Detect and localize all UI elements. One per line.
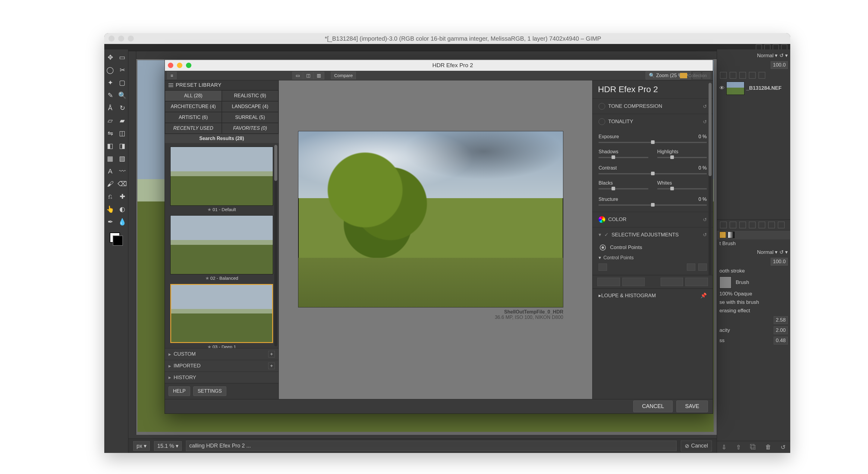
tool-smudge-icon[interactable]: 👆 — [105, 204, 116, 214]
undo-redo-strip[interactable] — [592, 275, 713, 289]
tool-scissors-icon[interactable]: ✂ — [117, 65, 127, 75]
reset-icon[interactable]: ↺ — [703, 104, 707, 109]
brush-row[interactable]: Brush — [717, 275, 790, 290]
section-history[interactable]: ▸HISTORY — [165, 372, 278, 383]
preset-03[interactable]: 03 - Deep 1 — [170, 284, 273, 348]
compare-button[interactable]: Compare — [331, 72, 356, 79]
reset-icon[interactable]: ↺ — [703, 217, 707, 223]
tool-scale-icon[interactable]: ▱ — [105, 116, 116, 126]
tool-text-icon[interactable]: A — [105, 166, 116, 176]
ss-value[interactable]: 0.48 — [774, 337, 788, 344]
cat-realistic[interactable]: REALISTIC (9) — [222, 90, 279, 101]
eye-icon[interactable]: 👁 — [719, 85, 724, 91]
cat-surreal[interactable]: SURREAL (5) — [222, 112, 279, 123]
tool-warp-icon[interactable]: ◨ — [117, 141, 127, 151]
pin-icon[interactable]: 📌 — [701, 293, 707, 299]
status-cancel-button[interactable]: ⊘Cancel — [681, 441, 712, 451]
tool-clone-icon[interactable]: ⎌ — [105, 192, 116, 202]
tool-brush-icon[interactable]: 🖌 — [105, 179, 116, 189]
add-custom-icon[interactable]: + — [268, 351, 275, 358]
tool-dodge-icon[interactable]: ◐ — [117, 204, 127, 214]
slider-whites[interactable]: Whites — [657, 178, 707, 194]
tool-cage-icon[interactable]: ◧ — [105, 141, 116, 151]
brush-reset-icon[interactable]: ↺ ▾ — [779, 249, 788, 256]
cancel-button[interactable]: CANCEL — [633, 401, 673, 412]
hdr-traffic-lights[interactable] — [168, 63, 191, 68]
tool-crop-icon[interactable]: ▢ — [117, 78, 127, 88]
tool-lasso-icon[interactable]: ◯ — [105, 65, 116, 75]
section-custom[interactable]: ▸CUSTOM+ — [165, 348, 278, 360]
tool-rotate-icon[interactable]: ↻ — [117, 103, 127, 113]
slider-highlights[interactable]: Highlights — [657, 147, 707, 162]
status-unit[interactable]: px ▾ — [133, 441, 150, 451]
cat-artistic[interactable]: ARTISTIC (6) — [165, 112, 222, 123]
view-single-icon[interactable]: ▭ — [292, 72, 303, 79]
reset-icon[interactable]: ↺ — [703, 119, 707, 125]
section-tone-compression[interactable]: TONE COMPRESSION↺ — [592, 99, 713, 114]
tool-select-icon[interactable]: ▭ — [117, 53, 127, 63]
add-imported-icon[interactable]: + — [268, 363, 275, 369]
status-zoom[interactable]: 15.1 % ▾ — [154, 441, 182, 451]
panel-toggle-left-icon[interactable]: ≡ — [167, 72, 177, 79]
reset-icon[interactable]: ↺ — [703, 232, 707, 238]
opt-erase[interactable]: erasing effect — [717, 307, 790, 315]
cat-recent[interactable]: RECENTLY USED — [165, 123, 222, 134]
tool-heal-icon[interactable]: ✚ — [117, 192, 127, 202]
preview-area[interactable]: ShellOutTempFile_0_HDR 36.6 MP, ISO 100,… — [279, 80, 592, 399]
tool-wand-icon[interactable]: ✦ — [105, 78, 116, 88]
control-points-header[interactable]: ▾Control Points — [592, 253, 713, 262]
section-selective-adjustments[interactable]: ▾✓SELECTIVE ADJUSTMENTS↺ — [592, 227, 713, 242]
tool-flip-icon[interactable]: ⇋ — [105, 128, 116, 138]
tool-pencil-icon[interactable]: ✎ — [105, 90, 116, 101]
view-side-icon[interactable]: ▥ — [314, 72, 324, 79]
preset-01[interactable]: 01 - Default — [170, 147, 273, 213]
section-color[interactable]: COLOR↺ — [592, 212, 713, 227]
tool-bucket-icon[interactable]: ▦ — [105, 154, 116, 164]
color-swatches[interactable] — [110, 233, 123, 246]
tool-perspective-icon[interactable]: ◫ — [117, 128, 127, 138]
cat-landscape[interactable]: LANDSCAPE (4) — [222, 101, 279, 112]
tool-move-icon[interactable]: ✥ — [105, 53, 116, 63]
opt-smooth[interactable]: ooth stroke — [717, 267, 790, 275]
section-imported[interactable]: ▸IMPORTED+ — [165, 360, 278, 372]
preset-scrollbar[interactable] — [274, 145, 277, 346]
slider-shadows[interactable]: Shadows — [598, 147, 648, 162]
layer-reset-icon[interactable]: ↺ ▾ — [779, 53, 788, 59]
view-layout-segment[interactable]: ▭ ◫ ▥ — [292, 72, 324, 79]
tool-gradient-icon[interactable]: ▧ — [117, 154, 127, 164]
cat-favorites[interactable]: FAVORITES (0) — [222, 123, 279, 134]
dock-bottom-icons[interactable]: ⇩⇧⿻🗑↺ — [717, 441, 790, 453]
slider-contrast[interactable]: Contrast0 % — [598, 162, 707, 171]
tool-zoom-icon[interactable]: 🔍 — [117, 90, 127, 101]
control-point-tool[interactable]: Control Points — [592, 242, 713, 253]
help-button[interactable]: HELP — [168, 386, 190, 396]
view-split-icon[interactable]: ◫ — [303, 72, 314, 79]
gimp-traffic-lights[interactable] — [108, 36, 134, 41]
settings-button[interactable]: SETTINGS — [193, 386, 226, 396]
slider-structure[interactable]: Structure0 % — [598, 194, 707, 203]
burger-icon[interactable] — [168, 83, 173, 87]
layer-mode-select[interactable]: Normal ▾ — [757, 53, 778, 59]
cat-architecture[interactable]: ARCHITECTURE (4) — [165, 101, 222, 112]
control-point-ops[interactable] — [592, 262, 713, 275]
size-value[interactable]: 2.58 — [774, 316, 788, 324]
tool-ink-icon[interactable]: ✒ — [105, 217, 116, 227]
brush-mode-select[interactable]: Normal ▾ — [757, 249, 778, 256]
layer-row[interactable]: 👁 _B131284.NEF — [717, 80, 790, 96]
tool-blur-icon[interactable]: 💧 — [117, 217, 127, 227]
preset-02[interactable]: 02 - Balanced — [170, 215, 273, 282]
layer-lock-icons[interactable] — [717, 70, 790, 80]
slider-exposure[interactable]: Exposure0 % — [598, 131, 707, 140]
layer-ops-icons[interactable] — [717, 219, 790, 230]
opacity-value[interactable]: 2.00 — [774, 327, 788, 334]
tool-measure-icon[interactable]: Å — [105, 103, 116, 113]
slider-blacks[interactable]: Blacks — [598, 178, 648, 194]
adjust-scrollbar[interactable] — [709, 83, 712, 276]
brush-opacity-value[interactable]: 100.0 — [771, 258, 788, 266]
section-tonality[interactable]: TONALITY↺ — [592, 114, 713, 129]
opt-usebrush[interactable]: se with this brush — [717, 298, 790, 307]
tool-path-icon[interactable]: 〰 — [117, 166, 127, 176]
tool-shear-icon[interactable]: ▰ — [117, 116, 127, 126]
section-loupe-histogram[interactable]: ▸ LOUPE & HISTOGRAM📌 — [592, 289, 713, 302]
preset-scroll[interactable]: 01 - Default 02 - Balanced 03 - Deep 1 — [165, 143, 278, 348]
